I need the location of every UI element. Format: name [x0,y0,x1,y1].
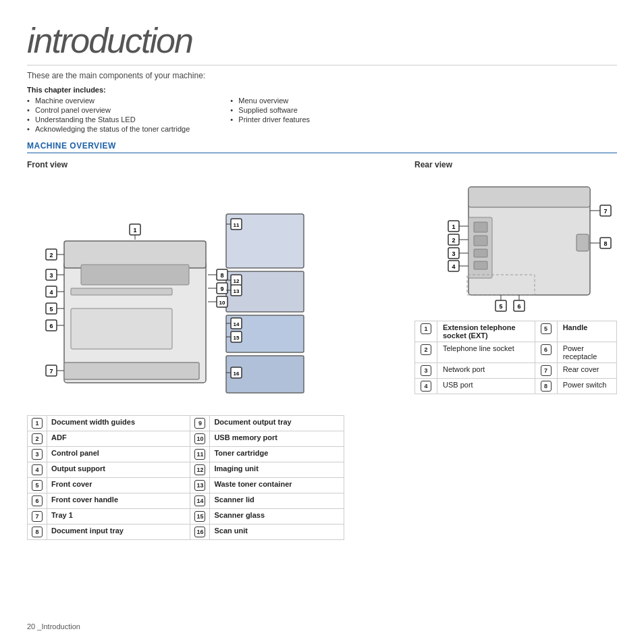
svg-rect-2 [81,265,189,285]
svg-text:10: 10 [219,300,225,306]
svg-text:13: 13 [234,288,240,294]
svg-text:8: 8 [220,272,223,279]
svg-text:2: 2 [49,252,53,259]
svg-text:1: 1 [452,223,455,230]
num-badge: 13 [194,480,205,491]
component-label: Rear cover [557,363,616,379]
table-row: 6 Front cover handle 14 Scanner lid [28,493,344,509]
component-label: Scanner lid [210,493,344,509]
component-label: Scanner glass [210,509,344,525]
table-row: 3 Network port 7 Rear cover [415,363,617,379]
svg-rect-65 [576,234,589,251]
num-badge: 9 [194,418,205,429]
num-badge: 5 [541,323,552,334]
svg-text:7: 7 [603,208,607,215]
svg-text:8: 8 [603,240,607,247]
svg-rect-63 [474,249,487,257]
num-badge: 8 [541,381,552,392]
num-badge: 2 [32,433,43,444]
chapter-col2: Menu overview Supplied software Printer … [230,97,310,134]
page-title: introduction [27,20,617,65]
num-badge: 4 [32,464,43,475]
chapter-col1: Machine overview Control panel overview … [27,97,190,134]
num-badge: 10 [194,433,205,444]
svg-text:11: 11 [234,222,240,228]
component-label: Waste toner container [210,478,344,493]
front-component-table: 1 Document width guides 9 Document outpu… [27,415,344,540]
svg-rect-4 [71,308,172,349]
component-label: Front cover handle [47,493,190,509]
component-label: Telephone line socket [437,342,535,363]
component-label: Tray 1 [47,509,190,525]
component-label: Control panel [47,447,190,462]
svg-text:2: 2 [452,237,455,244]
num-badge: 16 [194,527,205,537]
svg-text:16: 16 [234,371,240,377]
num-badge: 11 [194,449,205,460]
num-badge: 1 [32,418,43,429]
page-footer: 20 _Introduction [27,622,80,630]
svg-text:5: 5 [49,306,53,313]
num-badge: 5 [32,480,43,491]
rear-view-svg: 1 2 3 4 5 [414,173,617,315]
list-item: Supplied software [230,106,310,114]
svg-text:5: 5 [499,303,502,310]
svg-text:3: 3 [49,272,53,279]
svg-rect-5 [64,363,199,379]
svg-text:12: 12 [234,278,240,284]
svg-rect-62 [474,236,487,246]
list-item: Menu overview [230,97,310,105]
num-badge: 3 [421,365,431,376]
component-label: USB memory port [210,431,344,447]
front-view-section: Front view [27,160,401,410]
front-view-diagram: 1 2 3 4 5 [27,173,311,410]
num-badge: 2 [421,344,431,355]
component-label: Toner cartridge [210,447,344,462]
table-row: 2 Telephone line socket 6 Power receptac… [415,342,617,363]
num-badge: 7 [32,511,43,522]
svg-text:7: 7 [49,368,53,375]
num-badge: 3 [32,449,43,460]
table-row: 7 Tray 1 15 Scanner glass [28,509,344,525]
svg-text:6: 6 [49,323,53,329]
svg-rect-3 [71,288,172,295]
views-container: Front view [27,160,617,410]
component-label: Power switch [557,379,616,394]
num-badge: 1 [421,323,431,334]
component-label: Front cover [47,478,190,493]
chapter-includes: This chapter includes: Machine overview … [27,86,617,134]
section-header: MACHINE OVERVIEW [27,141,617,153]
num-badge: 15 [194,511,205,522]
page: introduction These are the main componen… [0,0,644,644]
list-item: Machine overview [27,97,190,105]
footer-label: _Introduction [37,622,80,630]
front-view-svg: 1 2 3 4 5 [27,173,311,403]
num-badge: 4 [421,381,431,392]
svg-text:3: 3 [452,250,455,257]
component-label: Power receptacle [557,342,616,363]
table-row: 2 ADF 10 USB memory port [28,431,344,447]
list-item: Control panel overview [27,106,190,114]
component-label: Extension telephone socket (EXT) [437,321,535,342]
chapter-list: Machine overview Control panel overview … [27,97,617,134]
rear-component-table: 1 Extension telephone socket (EXT) 5 Han… [414,321,617,394]
svg-text:14: 14 [234,321,240,327]
table-row: 4 Output support 12 Imaging unit [28,462,344,478]
front-view-title: Front view [27,160,401,169]
table-row: 5 Front cover 13 Waste toner container [28,478,344,493]
list-item: Printer driver features [230,115,310,124]
rear-view-diagram: 1 2 3 4 5 [414,173,617,317]
num-badge: 12 [194,464,205,475]
svg-text:4: 4 [49,289,53,296]
component-label: Imaging unit [210,462,344,478]
num-badge: 6 [541,344,552,355]
list-item: Understanding the Status LED [27,115,190,124]
component-label: Document width guides [47,416,190,431]
svg-text:4: 4 [452,263,455,270]
num-badge: 14 [194,495,205,506]
svg-rect-61 [474,222,487,232]
component-label: Output support [47,462,190,478]
list-item: Acknowledging the status of the toner ca… [27,125,190,133]
rear-view-title: Rear view [414,160,617,169]
component-label: ADF [47,431,190,447]
